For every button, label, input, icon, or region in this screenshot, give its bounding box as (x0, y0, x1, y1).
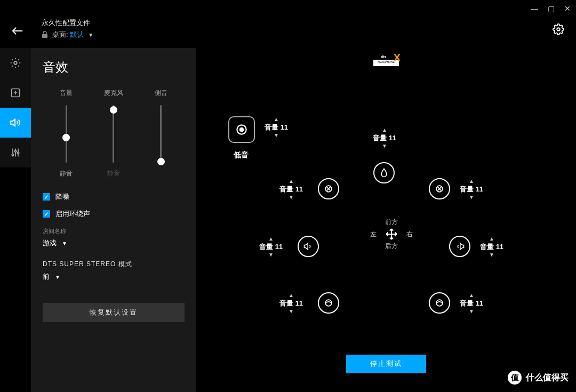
room-field-label: 房间名称 (43, 227, 185, 235)
settings-gear-icon[interactable] (553, 23, 564, 37)
svg-text:dts: dts (381, 55, 387, 59)
mic-slider[interactable] (113, 105, 114, 163)
center-vol-down[interactable]: ▼ (382, 143, 387, 149)
bass-vol-up[interactable]: ▲ (274, 116, 279, 123)
sun-icon (10, 57, 21, 69)
sliders-icon (10, 147, 21, 158)
surround-toggle[interactable]: ✓ 启用环绕声 (43, 209, 185, 219)
volume-mute-label[interactable]: 静音 (60, 169, 73, 178)
checkbox-checked-icon: ✓ (43, 193, 50, 201)
tab-lighting[interactable] (0, 48, 31, 78)
chevron-down-icon: ▼ (62, 241, 67, 246)
mic-slider-label: 麦克风 (104, 89, 123, 98)
svg-point-9 (240, 128, 244, 132)
mic-mute-label[interactable]: 静音 (107, 169, 120, 178)
front-left-speaker[interactable] (318, 178, 339, 199)
rr-vol-down[interactable]: ▼ (469, 308, 474, 315)
fr-vol-down[interactable]: ▼ (469, 194, 474, 201)
rl-vol-down[interactable]: ▼ (289, 308, 294, 315)
sl-vol-down[interactable]: ▼ (268, 252, 274, 258)
volume-slider[interactable] (66, 105, 67, 163)
profile-title: 永久性配置文件 (42, 18, 93, 28)
rr-vol-up[interactable]: ▲ (469, 292, 474, 299)
svg-point-4 (12, 154, 13, 156)
watermark: 值 什么值得买 (508, 371, 569, 385)
panel-title: 音效 (43, 59, 185, 76)
dts-mode-label: DTS SUPER STEREO 模式 (43, 260, 185, 269)
stop-test-button[interactable]: 停止测试 (346, 355, 426, 373)
listener-compass: 前方 左 右 后方 (370, 218, 413, 251)
center-vol-up[interactable]: ▲ (382, 127, 387, 133)
dts-headphone-x-badge: dts HEADPHONE X (373, 53, 399, 66)
fl-vol-down[interactable]: ▼ (289, 194, 294, 201)
chevron-down-icon: ▼ (55, 274, 60, 280)
watermark-icon: 值 (508, 371, 522, 385)
window-close[interactable]: ✕ (564, 4, 571, 13)
tab-equalizer[interactable] (0, 138, 31, 167)
svg-point-2 (14, 61, 17, 65)
side-right-speaker[interactable] (449, 236, 470, 257)
checkbox-checked-icon: ✓ (43, 210, 50, 218)
compass-cross-icon (384, 227, 399, 242)
chevron-down-icon: ▼ (88, 32, 93, 38)
sidetone-slider[interactable] (160, 105, 162, 163)
volume-slider-label: 音量 (60, 89, 73, 98)
sr-vol-up[interactable]: ▲ (489, 236, 494, 242)
sr-vol-down[interactable]: ▼ (489, 252, 494, 258)
back-button[interactable] (12, 27, 23, 37)
tab-acoustics[interactable] (0, 108, 31, 138)
rear-left-speaker[interactable] (318, 292, 339, 314)
window-minimize[interactable]: — (531, 4, 538, 13)
side-left-speaker[interactable] (298, 236, 319, 257)
bass-speaker[interactable] (228, 116, 255, 143)
window-maximize[interactable]: ▢ (548, 4, 555, 13)
sidetone-slider-label: 侧音 (155, 89, 167, 98)
svg-rect-1 (42, 34, 47, 38)
noise-reduction-toggle[interactable]: ✓ 降噪 (43, 192, 185, 202)
rear-right-speaker[interactable] (429, 292, 450, 314)
sl-vol-up[interactable]: ▲ (268, 236, 274, 242)
svg-point-5 (14, 150, 16, 152)
plus-box-icon (10, 87, 21, 98)
svg-point-6 (17, 152, 19, 154)
bass-label: 低音 (234, 150, 249, 160)
center-speaker[interactable] (373, 162, 395, 183)
dts-mode-select[interactable]: 前 ▼ (43, 272, 185, 282)
fl-vol-up[interactable]: ▲ (289, 178, 294, 185)
svg-point-0 (557, 28, 560, 31)
room-select[interactable]: 游戏 ▼ (43, 238, 185, 248)
tab-assignments[interactable] (0, 78, 31, 108)
bass-vol-down[interactable]: ▼ (274, 132, 279, 139)
rl-vol-up[interactable]: ▲ (289, 292, 294, 299)
reset-defaults-button[interactable]: 恢复默认设置 (43, 303, 185, 322)
front-right-speaker[interactable] (429, 178, 450, 199)
fr-vol-up[interactable]: ▲ (469, 178, 474, 185)
speaker-icon (10, 117, 21, 129)
lock-icon (42, 31, 48, 38)
profile-selector[interactable]: 桌面: 默认 ▼ (42, 30, 93, 39)
